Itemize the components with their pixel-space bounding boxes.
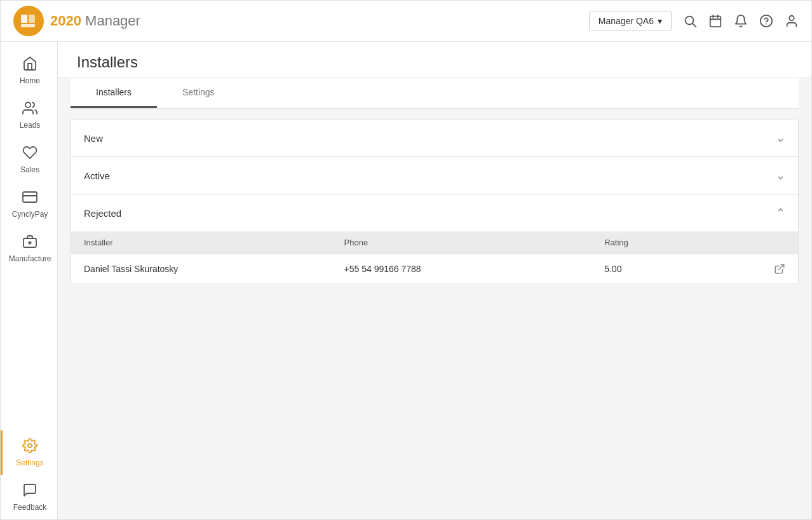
sidebar-item-label: CynclyPay: [12, 210, 48, 219]
sidebar-item-label: Settings: [16, 458, 43, 467]
sidebar-item-feedback[interactable]: Feedback: [1, 475, 57, 519]
external-link-button[interactable]: [734, 263, 785, 275]
table-header: Installer Phone Rating: [71, 231, 798, 254]
user-icon[interactable]: [785, 14, 799, 28]
logo-area: 2020 Manager: [13, 6, 140, 36]
svg-rect-13: [23, 192, 37, 202]
section-active: Active ⌄: [71, 157, 798, 195]
home-icon: [22, 56, 37, 74]
col-header-actions: [734, 238, 785, 247]
section-rejected-content: Installer Phone Rating Daniel Tassi Skur…: [71, 231, 798, 284]
calendar-icon[interactable]: [708, 14, 722, 28]
page-header: Installers: [58, 42, 811, 78]
tenant-button[interactable]: Manager QA6 ▾: [589, 11, 672, 31]
section-new-header[interactable]: New ⌄: [71, 120, 798, 156]
svg-rect-5: [710, 17, 721, 27]
section-active-header[interactable]: Active ⌄: [71, 157, 798, 194]
section-rejected-label: Rejected: [84, 208, 121, 219]
svg-point-12: [25, 102, 30, 107]
leads-icon: [22, 100, 37, 118]
section-new-label: New: [84, 133, 103, 144]
cyncly-pay-icon: [22, 189, 37, 207]
tab-settings[interactable]: Settings: [157, 78, 240, 108]
sidebar-item-label: Manufacture: [9, 254, 51, 263]
sidebar-item-label: Sales: [20, 165, 39, 174]
cell-phone: +55 54 99166 7788: [344, 264, 605, 274]
section-rejected-header[interactable]: Rejected ⌃: [71, 195, 798, 231]
bell-icon[interactable]: [734, 14, 748, 28]
sidebar-item-manufacture[interactable]: Manufacture: [1, 226, 57, 271]
sidebar-item-home[interactable]: Home: [1, 48, 57, 93]
svg-rect-1: [29, 15, 35, 23]
svg-line-19: [779, 264, 784, 270]
svg-rect-0: [21, 15, 27, 23]
section-new: New ⌄: [71, 120, 798, 157]
sidebar-item-settings[interactable]: Settings: [1, 430, 57, 475]
col-header-installer: Installer: [84, 238, 344, 247]
chevron-down-icon: ▾: [658, 16, 662, 26]
col-header-phone: Phone: [344, 238, 605, 247]
sidebar: Home Leads Sales: [1, 42, 58, 519]
feedback-icon: [22, 482, 37, 500]
header-right: Manager QA6 ▾: [589, 11, 799, 31]
tabs-bar: Installers Settings: [71, 78, 799, 109]
sidebar-item-label: Feedback: [13, 503, 47, 512]
content-area: Installers Installers Settings New ⌄: [58, 42, 811, 519]
sections-container: New ⌄ Active ⌄ Rejected: [71, 119, 799, 284]
chevron-down-icon: ⌄: [776, 168, 785, 182]
cell-installer-name: Daniel Tassi Skuratosky: [84, 264, 344, 274]
search-icon[interactable]: [683, 14, 697, 28]
col-header-rating: Rating: [604, 238, 734, 247]
tab-installers[interactable]: Installers: [71, 78, 157, 108]
logo-icon: [13, 6, 44, 36]
section-rejected: Rejected ⌃ Installer Phone Rating: [71, 195, 798, 284]
settings-icon: [22, 438, 37, 456]
chevron-down-icon: ⌄: [776, 131, 785, 145]
svg-rect-2: [21, 24, 35, 27]
sales-icon: [22, 145, 37, 163]
svg-line-4: [693, 24, 696, 27]
svg-point-18: [28, 444, 32, 448]
sidebar-item-sales[interactable]: Sales: [1, 137, 57, 182]
logo-text: 2020 Manager: [50, 13, 140, 29]
chevron-up-icon: ⌃: [776, 206, 785, 220]
svg-point-11: [789, 16, 794, 20]
section-active-label: Active: [84, 170, 110, 181]
sidebar-item-leads[interactable]: Leads: [1, 93, 57, 137]
help-icon[interactable]: [759, 14, 773, 28]
app-header: 2020 Manager Manager QA6 ▾: [1, 1, 811, 42]
sidebar-item-cyncly-pay[interactable]: CynclyPay: [1, 182, 57, 226]
page-title: Installers: [77, 53, 792, 71]
sidebar-item-label: Home: [20, 76, 40, 85]
table-row: Daniel Tassi Skuratosky +55 54 99166 778…: [71, 254, 798, 284]
manufacture-icon: [22, 234, 37, 252]
cell-rating: 5.00: [604, 264, 734, 274]
sidebar-item-label: Leads: [20, 121, 41, 130]
